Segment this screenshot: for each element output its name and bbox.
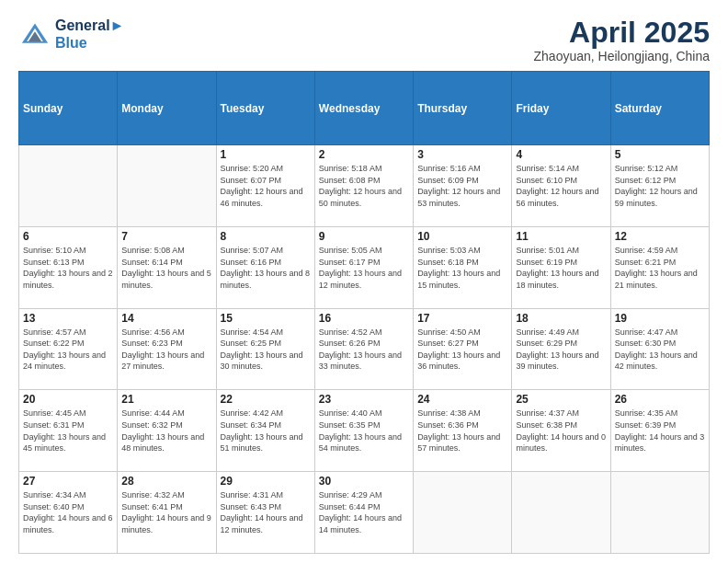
month-title: April 2025 [534,17,710,49]
day-number: 21 [121,393,211,406]
calendar-cell [19,145,118,227]
day-number: 16 [319,312,409,325]
week-row-1: 1Sunrise: 5:20 AM Sunset: 6:07 PM Daylig… [19,145,710,227]
calendar-cell: 12Sunrise: 4:59 AM Sunset: 6:21 PM Dayli… [610,226,709,308]
week-row-5: 27Sunrise: 4:34 AM Sunset: 6:40 PM Dayli… [19,472,710,554]
day-info: Sunrise: 4:34 AM Sunset: 6:40 PM Dayligh… [23,489,113,535]
calendar-cell: 16Sunrise: 4:52 AM Sunset: 6:26 PM Dayli… [314,308,413,390]
day-number: 15 [221,312,311,325]
weekday-header-saturday: Saturday [610,72,709,145]
day-number: 8 [221,230,311,243]
day-info: Sunrise: 5:20 AM Sunset: 6:07 PM Dayligh… [221,163,311,209]
calendar-cell: 4Sunrise: 5:14 AM Sunset: 6:10 PM Daylig… [512,145,610,227]
day-info: Sunrise: 5:18 AM Sunset: 6:08 PM Dayligh… [319,163,409,209]
day-info: Sunrise: 5:12 AM Sunset: 6:12 PM Dayligh… [615,163,705,209]
calendar-cell [414,472,512,554]
day-info: Sunrise: 4:35 AM Sunset: 6:39 PM Dayligh… [615,408,705,454]
day-number: 23 [319,393,409,406]
calendar-cell: 28Sunrise: 4:32 AM Sunset: 6:41 PM Dayli… [118,472,216,554]
day-info: Sunrise: 4:37 AM Sunset: 6:38 PM Dayligh… [516,408,606,454]
weekday-header-tuesday: Tuesday [216,72,314,145]
day-number: 17 [417,312,507,325]
day-number: 19 [615,312,705,325]
day-number: 9 [319,230,409,243]
calendar-cell: 17Sunrise: 4:50 AM Sunset: 6:27 PM Dayli… [414,308,512,390]
week-row-2: 6Sunrise: 5:10 AM Sunset: 6:13 PM Daylig… [19,226,710,308]
weekday-header-thursday: Thursday [414,72,512,145]
calendar-cell: 26Sunrise: 4:35 AM Sunset: 6:39 PM Dayli… [610,390,709,472]
calendar-cell: 23Sunrise: 4:40 AM Sunset: 6:35 PM Dayli… [314,390,413,472]
calendar-cell [610,472,709,554]
calendar-cell: 5Sunrise: 5:12 AM Sunset: 6:12 PM Daylig… [610,145,709,227]
calendar-cell: 22Sunrise: 4:42 AM Sunset: 6:34 PM Dayli… [216,390,314,472]
day-number: 5 [615,148,705,161]
day-number: 24 [417,393,507,406]
day-number: 14 [121,312,211,325]
calendar-cell: 14Sunrise: 4:56 AM Sunset: 6:23 PM Dayli… [118,308,216,390]
weekday-header-monday: Monday [118,72,216,145]
logo-icon [18,20,51,48]
calendar-table: SundayMondayTuesdayWednesdayThursdayFrid… [18,71,710,554]
calendar-cell: 18Sunrise: 4:49 AM Sunset: 6:29 PM Dayli… [512,308,610,390]
day-number: 18 [516,312,606,325]
day-info: Sunrise: 5:08 AM Sunset: 6:14 PM Dayligh… [121,245,211,291]
day-info: Sunrise: 5:10 AM Sunset: 6:13 PM Dayligh… [23,245,113,291]
day-info: Sunrise: 4:54 AM Sunset: 6:25 PM Dayligh… [221,327,311,373]
page: General► Blue April 2025 Zhaoyuan, Heilo… [0,0,728,563]
calendar-cell: 29Sunrise: 4:31 AM Sunset: 6:43 PM Dayli… [216,472,314,554]
calendar-cell: 19Sunrise: 4:47 AM Sunset: 6:30 PM Dayli… [610,308,709,390]
day-number: 20 [23,393,113,406]
day-info: Sunrise: 4:49 AM Sunset: 6:29 PM Dayligh… [516,327,606,373]
weekday-header-friday: Friday [512,72,610,145]
calendar-cell: 24Sunrise: 4:38 AM Sunset: 6:36 PM Dayli… [414,390,512,472]
calendar-cell: 13Sunrise: 4:57 AM Sunset: 6:22 PM Dayli… [19,308,118,390]
day-number: 12 [615,230,705,243]
calendar-cell: 7Sunrise: 5:08 AM Sunset: 6:14 PM Daylig… [118,226,216,308]
day-number: 13 [23,312,113,325]
day-info: Sunrise: 4:45 AM Sunset: 6:31 PM Dayligh… [23,408,113,454]
day-number: 28 [121,475,211,488]
day-info: Sunrise: 4:50 AM Sunset: 6:27 PM Dayligh… [417,327,507,373]
day-number: 25 [516,393,606,406]
day-number: 22 [221,393,311,406]
title-area: April 2025 Zhaoyuan, Heilongjiang, China [534,17,710,63]
day-info: Sunrise: 4:52 AM Sunset: 6:26 PM Dayligh… [319,327,409,373]
day-number: 7 [121,230,211,243]
day-number: 26 [615,393,705,406]
location: Zhaoyuan, Heilongjiang, China [534,49,710,63]
week-row-3: 13Sunrise: 4:57 AM Sunset: 6:22 PM Dayli… [19,308,710,390]
day-info: Sunrise: 4:44 AM Sunset: 6:32 PM Dayligh… [121,408,211,454]
day-number: 1 [221,148,311,161]
day-info: Sunrise: 4:47 AM Sunset: 6:30 PM Dayligh… [615,327,705,373]
day-number: 6 [23,230,113,243]
day-info: Sunrise: 5:07 AM Sunset: 6:16 PM Dayligh… [221,245,311,291]
calendar-cell: 27Sunrise: 4:34 AM Sunset: 6:40 PM Dayli… [19,472,118,554]
day-number: 4 [516,148,606,161]
logo-text: General► Blue [55,17,124,52]
day-info: Sunrise: 4:57 AM Sunset: 6:22 PM Dayligh… [23,327,113,373]
day-number: 27 [23,475,113,488]
calendar-cell: 21Sunrise: 4:44 AM Sunset: 6:32 PM Dayli… [118,390,216,472]
day-info: Sunrise: 4:29 AM Sunset: 6:44 PM Dayligh… [319,489,409,535]
weekday-header-row: SundayMondayTuesdayWednesdayThursdayFrid… [19,72,710,145]
day-info: Sunrise: 4:59 AM Sunset: 6:21 PM Dayligh… [615,245,705,291]
week-row-4: 20Sunrise: 4:45 AM Sunset: 6:31 PM Dayli… [19,390,710,472]
day-number: 29 [221,475,311,488]
weekday-header-wednesday: Wednesday [314,72,413,145]
calendar-cell: 2Sunrise: 5:18 AM Sunset: 6:08 PM Daylig… [314,145,413,227]
day-info: Sunrise: 5:16 AM Sunset: 6:09 PM Dayligh… [417,163,507,209]
day-number: 10 [417,230,507,243]
calendar-cell: 1Sunrise: 5:20 AM Sunset: 6:07 PM Daylig… [216,145,314,227]
day-info: Sunrise: 4:32 AM Sunset: 6:41 PM Dayligh… [121,489,211,535]
day-info: Sunrise: 4:38 AM Sunset: 6:36 PM Dayligh… [417,408,507,454]
day-info: Sunrise: 5:05 AM Sunset: 6:17 PM Dayligh… [319,245,409,291]
day-info: Sunrise: 4:56 AM Sunset: 6:23 PM Dayligh… [121,327,211,373]
logo: General► Blue [18,17,124,52]
weekday-header-sunday: Sunday [19,72,118,145]
day-number: 3 [417,148,507,161]
day-info: Sunrise: 5:03 AM Sunset: 6:18 PM Dayligh… [417,245,507,291]
calendar-cell: 10Sunrise: 5:03 AM Sunset: 6:18 PM Dayli… [414,226,512,308]
calendar-cell: 20Sunrise: 4:45 AM Sunset: 6:31 PM Dayli… [19,390,118,472]
calendar-cell: 30Sunrise: 4:29 AM Sunset: 6:44 PM Dayli… [314,472,413,554]
calendar-cell: 11Sunrise: 5:01 AM Sunset: 6:19 PM Dayli… [512,226,610,308]
